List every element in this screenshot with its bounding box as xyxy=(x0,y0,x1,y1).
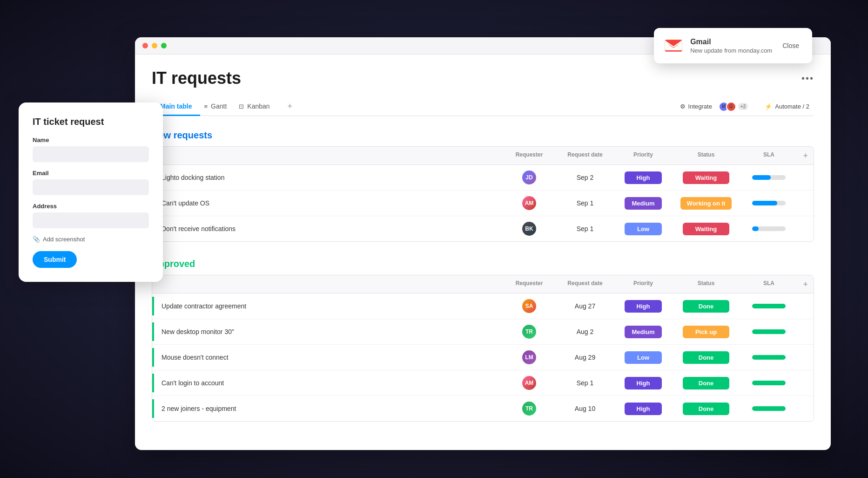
approved-section: Approved Requester Request date Priority… xyxy=(152,259,814,422)
status-badge: Working on it xyxy=(680,197,732,210)
th-priority-new: Priority xyxy=(615,147,671,164)
row-status: Done xyxy=(671,294,741,318)
th-add-col-new[interactable]: + xyxy=(797,147,814,164)
row-requester: LM xyxy=(504,345,555,370)
add-screenshot-button[interactable]: 📎 Add screenshot xyxy=(33,236,149,243)
row-requester: AM xyxy=(504,370,555,396)
ticket-form-title: IT ticket request xyxy=(33,116,149,127)
th-requester-approved: Requester xyxy=(504,275,555,293)
table-row[interactable]: Don't receive notifications BK Sep 1 Low… xyxy=(152,216,814,241)
gantt-icon: ≡ xyxy=(204,103,208,110)
priority-badge: High xyxy=(625,300,662,313)
page-menu-dots[interactable]: ••• xyxy=(801,73,814,84)
name-input[interactable] xyxy=(33,146,149,162)
page-header: IT requests ••• xyxy=(152,68,814,88)
th-date-new: Request date xyxy=(555,147,615,164)
ticket-form-card: IT ticket request Name Email Address 📎 A… xyxy=(19,102,163,282)
row-priority: High xyxy=(615,371,671,395)
avatar: JD xyxy=(522,171,536,184)
row-priority: Medium xyxy=(615,191,671,215)
integration-count: +2 xyxy=(738,103,748,110)
new-requests-section: New requests Requester Request date Prio… xyxy=(152,130,814,242)
row-requester: TR xyxy=(504,396,555,421)
integrate-button[interactable]: ⚙ Integrate M G +2 xyxy=(675,99,753,115)
sla-bar xyxy=(752,226,786,231)
table-row[interactable]: Can't login to account AM Sep 1 High Don… xyxy=(152,370,814,396)
sla-fill xyxy=(752,355,786,360)
table-row[interactable]: Update contractor agreement SA Aug 27 Hi… xyxy=(152,294,814,319)
row-sla xyxy=(741,324,797,340)
sla-bar xyxy=(752,406,786,411)
new-requests-header: New requests xyxy=(152,130,814,141)
automate-button[interactable]: ⚡ Automate / 2 xyxy=(760,100,814,113)
th-add-col-approved[interactable]: + xyxy=(797,275,814,293)
page-title: IT requests xyxy=(152,68,241,88)
row-name: New desktop monitor 30" xyxy=(152,322,504,341)
main-window: IT requests ••• ⊞ Main table ≡ Gantt ⊡ K… xyxy=(135,37,831,450)
row-status: Pick up xyxy=(671,320,741,344)
row-priority: High xyxy=(615,166,671,190)
th-status-new: Status xyxy=(671,147,741,164)
integrate-icon: ⚙ xyxy=(680,103,686,110)
avatar: LM xyxy=(522,350,536,364)
sla-bar xyxy=(752,355,786,360)
new-requests-rows: Lighto docking station JD Sep 2 High Wai… xyxy=(152,165,814,241)
priority-badge: High xyxy=(625,403,662,415)
status-badge: Done xyxy=(683,351,729,364)
th-date-approved: Request date xyxy=(555,275,615,293)
row-sla xyxy=(741,195,797,211)
row-name: Update contractor agreement xyxy=(152,297,504,315)
table-row[interactable]: New desktop monitor 30" TR Aug 2 Medium … xyxy=(152,319,814,345)
email-field: Email xyxy=(33,170,149,195)
tab-kanban[interactable]: ⊡ Kanban xyxy=(239,98,278,116)
row-priority: Low xyxy=(615,346,671,369)
sla-fill xyxy=(752,304,786,308)
table-row[interactable]: Mouse doesn't connect LM Aug 29 Low Done xyxy=(152,345,814,370)
row-date: Aug 27 xyxy=(555,297,615,315)
gmail-close-button[interactable]: Close xyxy=(779,40,803,51)
gmail-title: Gmail xyxy=(690,38,772,46)
row-status: Working on it xyxy=(671,191,741,215)
status-badge: Done xyxy=(683,403,729,415)
row-priority: Low xyxy=(615,217,671,241)
sla-fill xyxy=(752,381,786,385)
table-row[interactable]: 2 new joiners - equipment TR Aug 10 High… xyxy=(152,396,814,421)
new-requests-table: Requester Request date Priority Status S… xyxy=(152,146,814,242)
automate-icon: ⚡ xyxy=(765,103,772,110)
window-content: IT requests ••• ⊞ Main table ≡ Gantt ⊡ K… xyxy=(135,55,831,450)
table-row[interactable]: Lighto docking station JD Sep 2 High Wai… xyxy=(152,165,814,191)
row-name: Can't login to account xyxy=(152,374,504,392)
th-sla-approved: SLA xyxy=(741,275,797,293)
avatar: AM xyxy=(522,376,536,390)
row-status: Done xyxy=(671,346,741,369)
row-requester: SA xyxy=(504,294,555,319)
paperclip-icon: 📎 xyxy=(33,236,40,243)
name-label: Name xyxy=(33,137,149,143)
row-name: Can't update OS xyxy=(152,194,504,212)
approved-table: Requester Request date Priority Status S… xyxy=(152,275,814,422)
th-priority-approved: Priority xyxy=(615,275,671,293)
priority-badge: Medium xyxy=(625,326,662,338)
tabs-right-actions: ⚙ Integrate M G +2 ⚡ Automate / 2 xyxy=(675,99,814,115)
address-input[interactable] xyxy=(33,212,149,228)
add-tab-button[interactable]: + xyxy=(284,98,296,115)
row-status: Done xyxy=(671,397,741,421)
add-screenshot-label: Add screenshot xyxy=(43,236,85,243)
window-maximize-dot[interactable] xyxy=(161,43,167,48)
table-row[interactable]: Can't update OS AM Sep 1 Medium Working … xyxy=(152,191,814,216)
submit-button[interactable]: Submit xyxy=(33,251,77,268)
window-close-dot[interactable] xyxy=(142,43,148,48)
window-minimize-dot[interactable] xyxy=(152,43,157,48)
approved-table-header: Requester Request date Priority Status S… xyxy=(152,275,814,294)
email-label: Email xyxy=(33,170,149,177)
row-status: Done xyxy=(671,371,741,395)
tab-gantt[interactable]: ≡ Gantt xyxy=(204,98,235,116)
row-date: Sep 1 xyxy=(555,374,615,392)
approved-header: Approved xyxy=(152,259,814,269)
row-add xyxy=(797,198,814,209)
avatar: AM xyxy=(522,196,536,210)
email-input[interactable] xyxy=(33,179,149,195)
gmail-subtitle: New update from monday.com xyxy=(690,47,772,54)
row-add xyxy=(797,403,814,414)
tabs-bar: ⊞ Main table ≡ Gantt ⊡ Kanban + ⚙ Integr… xyxy=(152,97,814,116)
